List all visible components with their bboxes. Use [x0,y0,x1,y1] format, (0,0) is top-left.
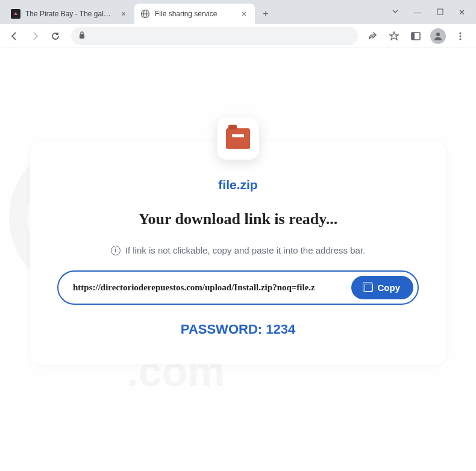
svg-point-8 [436,33,440,36]
favicon-dark [11,9,20,19]
tab-title: File sharing service [155,10,234,18]
chevron-down-icon[interactable] [392,8,399,17]
lock-icon [78,31,86,41]
tab-close-icon[interactable]: × [239,9,249,19]
bookmark-icon[interactable] [387,29,401,43]
password-label: PASSWORD: 1234 [181,322,295,337]
window-controls: — ✕ [392,0,476,24]
new-tab-button[interactable]: + [257,5,274,22]
tab-pirate-bay[interactable]: The Pirate Bay - The galaxy's mos… × [5,4,134,24]
instruction-text: i If link is not clickable, copy and pas… [111,245,366,255]
menu-icon[interactable] [453,29,468,43]
tab-file-sharing[interactable]: File sharing service × [134,4,255,24]
minimize-icon[interactable]: — [414,8,422,17]
svg-point-11 [460,38,462,40]
browser-toolbar [0,24,476,48]
svg-point-10 [460,35,462,37]
back-button[interactable] [6,28,23,45]
tab-title: The Pirate Bay - The galaxy's mos… [25,10,114,18]
instruction-label: If link is not clickable, copy and paste… [125,245,366,255]
info-icon: i [111,246,121,255]
side-panel-icon[interactable] [409,29,423,43]
url-row: https://directorioderepuestos.com/upload… [57,270,419,305]
svg-rect-7 [412,33,415,40]
copy-icon [365,284,373,292]
toolbar-right [365,28,470,44]
svg-rect-5 [80,34,84,39]
file-icon [217,117,259,160]
forward-button[interactable] [27,28,43,45]
copy-button[interactable]: Copy [351,276,414,299]
download-card: file.zip Your download link is ready... … [30,142,446,364]
share-icon[interactable] [365,29,380,43]
copy-label: Copy [378,282,401,293]
svg-point-9 [460,32,462,34]
headline: Your download link is ready... [139,210,338,228]
filename-label: file.zip [218,178,257,192]
maximize-icon[interactable] [437,8,443,17]
globe-icon [140,9,150,19]
close-icon[interactable]: ✕ [459,8,465,17]
download-url[interactable]: https://directorioderepuestos.com/upload… [73,282,351,293]
profile-avatar[interactable] [430,28,446,44]
page-content: risk .com file.zip Your download link is… [0,48,476,471]
address-bar[interactable] [71,27,358,45]
svg-rect-0 [437,9,443,14]
tab-close-icon[interactable]: × [119,9,128,19]
reload-button[interactable] [47,28,64,45]
